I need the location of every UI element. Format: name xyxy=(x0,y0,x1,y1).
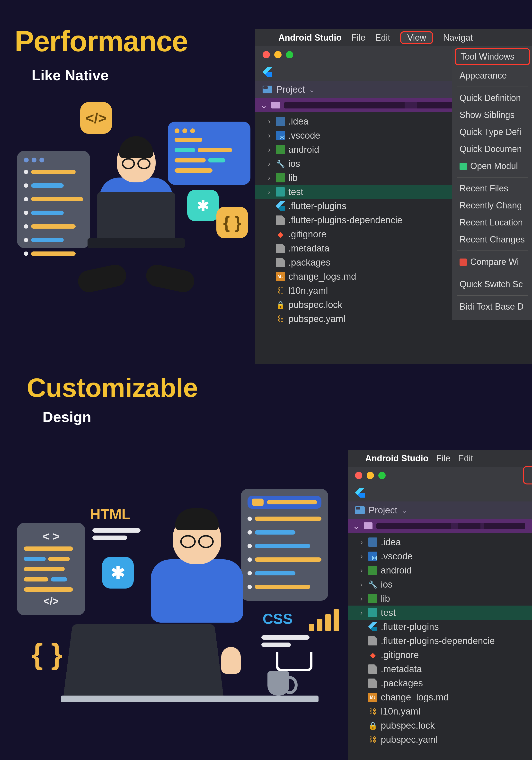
yaml-icon: ⛓ xyxy=(368,707,377,716)
menu-separator xyxy=(457,273,528,273)
markdown-icon: M↓ xyxy=(368,692,377,702)
menu-item-show-siblings[interactable]: Show Siblings xyxy=(452,107,532,123)
file-icon xyxy=(276,215,285,225)
folder-icon xyxy=(368,594,377,603)
menu-separator xyxy=(457,251,528,251)
macos-menubar: Android Studio File Edit View Navigat xyxy=(255,29,532,46)
menu-item-recently-changed[interactable]: Recently Chang xyxy=(452,197,532,214)
test-folder-icon xyxy=(368,608,377,617)
lock-icon: 🔒 xyxy=(276,300,285,309)
flutter-icon xyxy=(368,622,377,631)
folder-icon xyxy=(368,538,377,547)
menu-edit[interactable]: Edit xyxy=(458,453,473,463)
tree-file-metadata[interactable]: ·.metadata xyxy=(348,662,532,676)
menu-item-open-module[interactable]: Open Modul xyxy=(452,158,532,175)
flutter-logo-icon xyxy=(355,488,365,498)
menu-item-quick-doc[interactable]: Quick Documen xyxy=(452,141,532,158)
laptop-illustration xyxy=(63,624,224,699)
yaml-icon: ⛓ xyxy=(276,314,285,323)
tree-file-changelog[interactable]: ·M↓change_logs.md xyxy=(348,690,532,704)
menu-view-highlighted[interactable]: View xyxy=(400,31,433,44)
project-toolwindow-header[interactable]: Project ⌄ xyxy=(348,501,532,519)
thumbs-up-icon xyxy=(221,647,241,674)
menu-item-quick-definition[interactable]: Quick Definition xyxy=(452,89,532,107)
desk-illustration xyxy=(61,695,319,702)
ide-toolbar xyxy=(348,484,532,501)
chevron-down-icon[interactable]: ⌄ xyxy=(401,506,407,515)
menu-edit[interactable]: Edit xyxy=(375,32,390,43)
performance-heading: Performance xyxy=(15,24,188,58)
wrench-icon: 🔧 xyxy=(276,159,285,168)
window-controls[interactable] xyxy=(348,467,532,484)
tree-folder-ios[interactable]: ›🔧ios xyxy=(348,577,532,592)
close-icon[interactable] xyxy=(355,472,362,479)
minimize-icon[interactable] xyxy=(367,472,374,479)
project-name-redacted xyxy=(377,523,525,529)
minimize-icon[interactable] xyxy=(274,51,282,58)
menu-separator xyxy=(457,87,528,87)
wrench-icon: 🔧 xyxy=(368,580,377,589)
menu-item-recent-files[interactable]: Recent Files xyxy=(452,180,532,197)
git-icon: ◆ xyxy=(276,230,285,239)
close-icon[interactable] xyxy=(263,51,270,58)
braces-icon: { } xyxy=(216,207,248,238)
tree-folder-lib[interactable]: ›lib xyxy=(348,592,532,605)
menu-separator xyxy=(457,177,528,177)
menu-item-recent-locations[interactable]: Recent Location xyxy=(452,214,532,231)
tree-file-flutter-plugins[interactable]: ·.flutter-plugins xyxy=(348,620,532,634)
yaml-icon: ⛓ xyxy=(276,286,285,295)
app-name: Android Studio xyxy=(278,32,342,43)
project-tree[interactable]: ›.idea ›.vscode ›android ›🔧ios ›lib ›tes… xyxy=(348,533,532,748)
lock-icon: 🔒 xyxy=(368,721,377,730)
tree-file-l10n[interactable]: ·⛓l10n.yaml xyxy=(348,704,532,718)
folder-icon xyxy=(364,522,373,529)
maximize-icon[interactable] xyxy=(286,51,293,58)
vscode-folder-icon xyxy=(276,131,285,140)
project-label: Project xyxy=(276,84,305,95)
menu-file[interactable]: File xyxy=(436,453,450,463)
performance-illustration: </> ✱ { } xyxy=(17,102,250,302)
tree-folder-vscode[interactable]: ›.vscode xyxy=(348,549,532,563)
vscode-folder-icon xyxy=(368,551,377,561)
test-folder-icon xyxy=(276,187,285,197)
file-icon xyxy=(368,679,377,688)
maximize-icon[interactable] xyxy=(378,472,386,479)
menu-item-quick-switch[interactable]: Quick Switch Sc xyxy=(452,276,532,293)
file-icon xyxy=(276,244,285,253)
menu-item-appearance[interactable]: Appearance xyxy=(452,67,532,84)
tree-file-gitignore[interactable]: ·◆.gitignore xyxy=(348,648,532,662)
tree-file-pubspec-lock[interactable]: ·🔒pubspec.lock xyxy=(348,718,532,733)
tree-file-packages[interactable]: ·.packages xyxy=(348,676,532,690)
menu-separator xyxy=(457,295,528,296)
developer-illustration xyxy=(85,141,187,297)
menu-item-tool-windows[interactable]: Tool Windows xyxy=(455,48,530,65)
flutter-logo-icon xyxy=(263,67,272,77)
chevron-down-icon[interactable]: ⌄ xyxy=(309,85,315,94)
gear-icon: ✱ xyxy=(187,190,219,221)
tree-folder-android[interactable]: ›android xyxy=(348,563,532,577)
menu-item-recent-changes[interactable]: Recent Changes xyxy=(452,231,532,248)
tree-file-pubspec-yaml[interactable]: ·⛓pubspec.yaml xyxy=(348,733,532,747)
customizable-heading: Customizable xyxy=(27,372,198,403)
project-view-icon xyxy=(355,506,365,514)
menu-item-quick-type-def[interactable]: Quick Type Defi xyxy=(452,123,532,141)
code-icon: </> xyxy=(80,102,112,134)
html-label: HTML xyxy=(90,506,131,523)
tree-folder-idea[interactable]: ›.idea xyxy=(348,535,532,549)
tree-folder-test[interactable]: ›test xyxy=(348,605,532,620)
mug-illustration xyxy=(267,671,289,695)
project-view-icon xyxy=(263,86,272,93)
file-icon xyxy=(276,258,285,267)
menu-file[interactable]: File xyxy=(351,32,366,43)
tree-file-flutter-plugins-dep[interactable]: ·.flutter-plugins-dependencie xyxy=(348,634,532,648)
developer-illustration xyxy=(144,513,250,623)
gear-icon: ✱ xyxy=(102,557,134,589)
menu-item-compare-with[interactable]: Compare Wi xyxy=(452,254,532,270)
view-menu-dropdown[interactable]: Tool Windows Appearance Quick Definition… xyxy=(452,46,532,320)
menu-navigate[interactable]: Navigat xyxy=(443,32,473,43)
file-icon xyxy=(368,664,377,674)
project-root-row[interactable]: ⌄ xyxy=(348,519,532,533)
menu-item-bidi[interactable]: Bidi Text Base D xyxy=(452,298,532,315)
yaml-icon: ⛓ xyxy=(368,735,377,744)
folder-icon xyxy=(276,173,285,182)
